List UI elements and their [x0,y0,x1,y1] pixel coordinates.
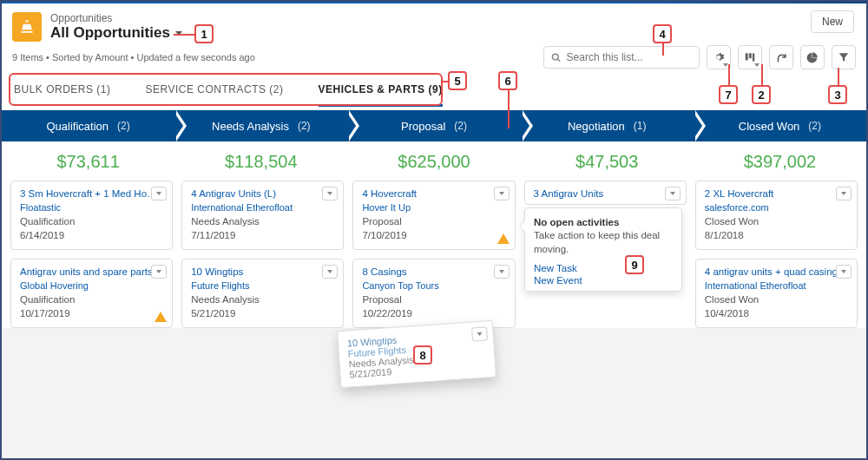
svg-rect-2 [746,53,748,60]
opportunity-object-icon [12,12,42,42]
stage-proposal[interactable]: Proposal(2) [347,110,520,141]
card-menu-button[interactable] [151,265,167,279]
annotation-9: 9 [625,255,644,274]
new-button[interactable]: New [811,10,854,33]
search-icon [551,52,562,63]
tab-service-contracts[interactable]: SERVICE CONTRACTS (2) [146,75,284,107]
kanban-columns: 3 Sm Hovercraft + 1 Med Ho… Floatastic Q… [2,181,866,328]
list-view-name: All Opportunities [50,24,170,42]
card-stage-text: Needs Analysis [191,294,334,305]
card-close-date: 5/21/2019 [191,308,334,319]
chevron-down-icon [754,63,760,67]
account-link[interactable]: Canyon Top Tours [362,280,505,291]
svg-rect-4 [753,53,754,61]
card-stage-text: Closed Won [705,294,848,305]
opportunity-name-link[interactable]: 2 XL Hovercraft [705,188,848,199]
card-menu-button[interactable] [836,265,852,279]
card-close-date: 7/10/2019 [362,230,505,240]
annotation-5: 5 [448,71,467,90]
refresh-icon [776,52,787,63]
tab-vehicles-parts[interactable]: VEHICLES & PARTS (9) [319,75,443,107]
annotation-3: 3 [828,85,847,104]
opportunity-card[interactable]: 4 Hovercraft Hover It Up Proposal 7/10/2… [352,181,515,250]
card-stage-text: Proposal [362,294,505,305]
filter-button[interactable] [832,45,856,69]
card-stage-text: Qualification [20,216,163,227]
card-menu-button[interactable] [494,187,510,200]
opportunity-card[interactable]: 4 Antigrav Units (L) International Ether… [181,181,344,250]
account-link[interactable]: Floatastic [20,202,163,213]
funnel-icon [838,51,850,63]
account-link[interactable]: Global Hovering [20,280,163,291]
total-proposal: $625,000 [347,141,520,181]
page-header: Opportunities All Opportunities New [2,3,866,45]
search-input[interactable] [567,51,692,63]
opportunity-card[interactable]: 3 Antigrav Units [524,181,687,205]
card-close-date: 10/17/2019 [20,308,163,319]
account-link[interactable]: Hover It Up [362,202,505,213]
annotation-6: 6 [498,71,517,90]
card-menu-button[interactable] [836,187,852,200]
stage-needs-analysis[interactable]: Needs Analysis(2) [174,110,347,141]
card-close-date: 10/22/2019 [362,308,505,319]
opportunity-name-link[interactable]: 3 Sm Hovercraft + 1 Med Ho… [20,188,163,199]
new-task-link[interactable]: New Task [534,263,673,273]
stage-closed-won[interactable]: Closed Won(2) [694,110,866,141]
account-link[interactable]: International Etherofloat [191,202,334,213]
display-as-button[interactable] [738,45,762,69]
opportunity-name-link[interactable]: 4 antigrav units + quad casing [705,266,848,277]
card-menu-button[interactable] [151,187,167,200]
card-close-date: 8/1/2018 [705,230,848,240]
annotation-2: 2 [752,85,771,104]
total-needs-analysis: $118,504 [174,141,347,181]
opportunity-card[interactable]: 2 XL Hovercraft salesforce.com Closed Wo… [695,181,858,250]
chevron-down-icon [841,270,846,273]
card-menu-button[interactable] [471,326,488,341]
chevron-down-icon [499,270,504,273]
opportunity-card[interactable]: 4 antigrav units + quad casing Internati… [695,259,858,328]
opportunity-name-link[interactable]: 4 Hovercraft [362,188,505,199]
annotation-1: 1 [194,24,214,43]
opportunity-card[interactable]: 8 Casings Canyon Top Tours Proposal 10/2… [352,259,515,328]
annotation-4: 4 [653,24,672,43]
list-view-controls-button[interactable] [707,45,731,69]
opportunity-name-link[interactable]: Antigrav units and spare parts [20,266,163,277]
account-link[interactable]: Future Flights [191,280,334,291]
tab-bulk-orders[interactable]: BULK ORDERS (1) [14,75,111,107]
account-link[interactable]: International Etherofloat [705,280,848,291]
card-close-date: 6/14/2019 [20,230,163,240]
opportunity-name-link[interactable]: 8 Casings [362,266,505,277]
warning-icon [155,312,167,322]
refresh-button[interactable] [769,45,793,69]
opportunity-card[interactable]: Antigrav units and spare parts Global Ho… [10,259,173,328]
stage-totals-row: $73,611 $118,504 $625,000 $47,503 $397,0… [2,141,866,181]
svg-line-1 [557,58,560,61]
pie-chart-icon [806,51,819,63]
stage-qualification[interactable]: Qualification(2) [2,110,174,141]
column-closed-won: 2 XL Hovercraft salesforce.com Closed Wo… [695,181,858,328]
list-info-text: 9 Items • Sorted by Amount • Updated a f… [12,52,255,62]
column-needs-analysis: 4 Antigrav Units (L) International Ether… [181,181,344,328]
account-link[interactable]: salesforce.com [705,202,848,213]
annotation-8: 8 [413,345,432,365]
chevron-down-icon [477,332,482,336]
total-qualification: $73,611 [2,141,174,181]
activity-popover: No open activities Take action to keep t… [524,207,682,292]
total-negotiation: $47,503 [521,141,694,181]
opportunity-name-link[interactable]: 3 Antigrav Units [534,188,677,199]
card-menu-button[interactable] [494,265,510,279]
card-menu-button[interactable] [322,265,338,279]
card-menu-button[interactable] [665,187,681,200]
new-event-link[interactable]: New Event [534,275,673,286]
list-view-selector[interactable]: All Opportunities [50,24,182,42]
annotation-7: 7 [719,85,738,104]
stage-negotiation[interactable]: Negotiation(1) [521,110,694,141]
chart-button[interactable] [800,45,825,69]
opportunity-name-link[interactable]: 4 Antigrav Units (L) [191,188,334,199]
total-closed-won: $397,002 [694,141,866,181]
opportunity-card[interactable]: 3 Sm Hovercraft + 1 Med Ho… Floatastic Q… [10,181,173,250]
card-stage-text: Qualification [20,294,163,305]
opportunity-card[interactable]: 10 Wingtips Future Flights Needs Analysi… [181,259,344,328]
card-menu-button[interactable] [322,187,338,200]
opportunity-name-link[interactable]: 10 Wingtips [191,266,334,277]
